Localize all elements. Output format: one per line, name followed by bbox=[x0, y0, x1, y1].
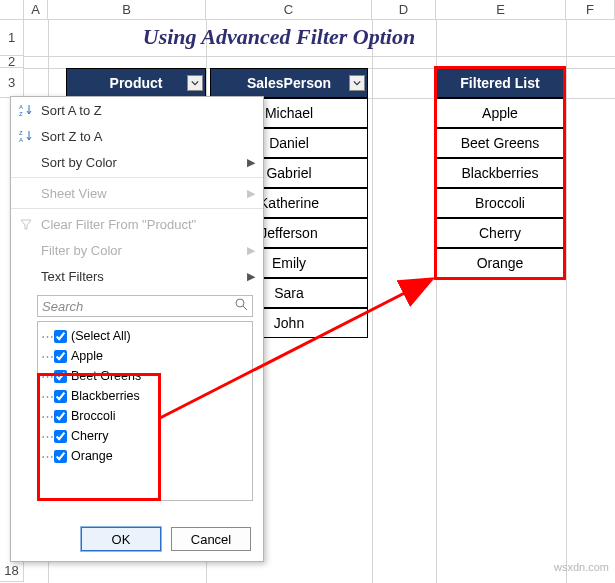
filter-menu: AZ Sort A to Z ZA Sort Z to A Sort by Co… bbox=[10, 96, 264, 562]
filtered-cell[interactable]: Beet Greens bbox=[436, 128, 564, 158]
header-filtered-label: Filtered List bbox=[460, 75, 539, 91]
menu-sort-az[interactable]: AZ Sort A to Z bbox=[11, 97, 263, 123]
filter-search-input[interactable]: Search bbox=[37, 295, 253, 317]
column-headers: A B C D E F bbox=[0, 0, 615, 20]
filter-item-label: Apple bbox=[71, 349, 103, 363]
tree-connector-icon: ⋯ bbox=[40, 369, 54, 384]
filtered-cell[interactable]: Orange bbox=[436, 248, 564, 278]
filter-item[interactable]: ⋯ Blackberries bbox=[40, 386, 250, 406]
filter-item-label: (Select All) bbox=[71, 329, 131, 343]
menu-sheet-view: Sheet View ▶ bbox=[11, 180, 263, 206]
filtered-cell[interactable]: Cherry bbox=[436, 218, 564, 248]
menu-sort-za[interactable]: ZA Sort Z to A bbox=[11, 123, 263, 149]
col-E[interactable]: E bbox=[436, 0, 566, 20]
sort-za-icon: ZA bbox=[17, 129, 35, 143]
tree-connector-icon: ⋯ bbox=[40, 329, 54, 344]
filter-item-label: Cherry bbox=[71, 429, 109, 443]
checkbox[interactable] bbox=[54, 450, 67, 463]
col-B[interactable]: B bbox=[48, 0, 206, 20]
select-all-corner[interactable] bbox=[0, 0, 24, 20]
col-D[interactable]: D bbox=[372, 0, 436, 20]
header-product: Product bbox=[66, 68, 206, 98]
filtered-cell[interactable]: Apple bbox=[436, 98, 564, 128]
sort-az-icon: AZ bbox=[17, 103, 35, 117]
filter-item-select-all[interactable]: ⋯ (Select All) bbox=[40, 326, 250, 346]
filter-item-label: Blackberries bbox=[71, 389, 140, 403]
menu-label: Text Filters bbox=[41, 269, 104, 284]
filtered-cell[interactable]: Broccoli bbox=[436, 188, 564, 218]
menu-label: Filter by Color bbox=[41, 243, 122, 258]
filter-dropdown-salesperson[interactable] bbox=[349, 75, 365, 91]
checkbox[interactable] bbox=[54, 350, 67, 363]
clear-filter-icon bbox=[17, 217, 35, 231]
header-salesperson-label: SalesPerson bbox=[247, 75, 331, 91]
checkbox[interactable] bbox=[54, 330, 67, 343]
filtered-cell[interactable]: Blackberries bbox=[436, 158, 564, 188]
menu-label: Clear Filter From "Product" bbox=[41, 217, 196, 232]
filter-item-label: Orange bbox=[71, 449, 113, 463]
svg-text:Z: Z bbox=[19, 130, 23, 136]
chevron-down-icon bbox=[353, 79, 361, 87]
tree-connector-icon: ⋯ bbox=[40, 349, 54, 364]
row-18-wrap: 18 bbox=[0, 560, 24, 582]
cancel-button[interactable]: Cancel bbox=[171, 527, 251, 551]
row-3[interactable]: 3 bbox=[0, 68, 24, 98]
submenu-arrow-icon: ▶ bbox=[247, 187, 255, 200]
checkbox[interactable] bbox=[54, 370, 67, 383]
menu-label: Sort A to Z bbox=[41, 103, 102, 118]
filter-item[interactable]: ⋯ Beet Greens bbox=[40, 366, 250, 386]
row-2[interactable]: 2 bbox=[0, 56, 24, 68]
filter-item[interactable]: ⋯ Apple bbox=[40, 346, 250, 366]
submenu-arrow-icon: ▶ bbox=[247, 156, 255, 169]
row-1[interactable]: 1 bbox=[0, 20, 24, 56]
tree-connector-icon: ⋯ bbox=[40, 409, 54, 424]
search-placeholder: Search bbox=[42, 299, 83, 314]
menu-label: Sort by Color bbox=[41, 155, 117, 170]
tree-connector-icon: ⋯ bbox=[40, 389, 54, 404]
filter-item[interactable]: ⋯ Orange bbox=[40, 446, 250, 466]
submenu-arrow-icon: ▶ bbox=[247, 270, 255, 283]
tree-connector-icon: ⋯ bbox=[40, 429, 54, 444]
filter-item-label: Broccoli bbox=[71, 409, 115, 423]
header-filtered: Filtered List bbox=[436, 68, 564, 98]
search-icon bbox=[235, 298, 248, 314]
svg-line-5 bbox=[243, 306, 247, 310]
page-title: Using Advanced Filter Option bbox=[114, 24, 444, 50]
menu-text-filters[interactable]: Text Filters ▶ bbox=[11, 263, 263, 289]
row-18[interactable]: 18 bbox=[0, 560, 24, 582]
menu-clear-filter: Clear Filter From "Product" bbox=[11, 211, 263, 237]
tree-connector-icon: ⋯ bbox=[40, 449, 54, 464]
filter-dropdown-product[interactable] bbox=[187, 75, 203, 91]
chevron-down-icon bbox=[191, 79, 199, 87]
svg-text:A: A bbox=[19, 104, 23, 110]
header-product-label: Product bbox=[110, 75, 163, 91]
filter-item-label: Beet Greens bbox=[71, 369, 141, 383]
ok-button[interactable]: OK bbox=[81, 527, 161, 551]
menu-label: Sheet View bbox=[41, 186, 107, 201]
menu-label: Sort Z to A bbox=[41, 129, 102, 144]
col-A[interactable]: A bbox=[24, 0, 48, 20]
watermark: wsxdn.com bbox=[554, 561, 609, 573]
menu-filter-color: Filter by Color ▶ bbox=[11, 237, 263, 263]
svg-text:A: A bbox=[19, 137, 23, 143]
row-headers: 1 2 3 bbox=[0, 20, 24, 98]
header-salesperson: SalesPerson bbox=[210, 68, 368, 98]
submenu-arrow-icon: ▶ bbox=[247, 244, 255, 257]
filter-item[interactable]: ⋯ Cherry bbox=[40, 426, 250, 446]
menu-sort-color[interactable]: Sort by Color ▶ bbox=[11, 149, 263, 175]
filter-item[interactable]: ⋯ Broccoli bbox=[40, 406, 250, 426]
col-F[interactable]: F bbox=[566, 0, 615, 20]
checkbox[interactable] bbox=[54, 390, 67, 403]
col-C[interactable]: C bbox=[206, 0, 372, 20]
svg-text:Z: Z bbox=[19, 111, 23, 117]
checkbox[interactable] bbox=[54, 410, 67, 423]
menu-button-row: OK Cancel bbox=[81, 527, 251, 551]
svg-point-4 bbox=[236, 299, 244, 307]
checkbox[interactable] bbox=[54, 430, 67, 443]
filter-items-list[interactable]: ⋯ (Select All) ⋯ Apple ⋯ Beet Greens ⋯ B… bbox=[37, 321, 253, 501]
